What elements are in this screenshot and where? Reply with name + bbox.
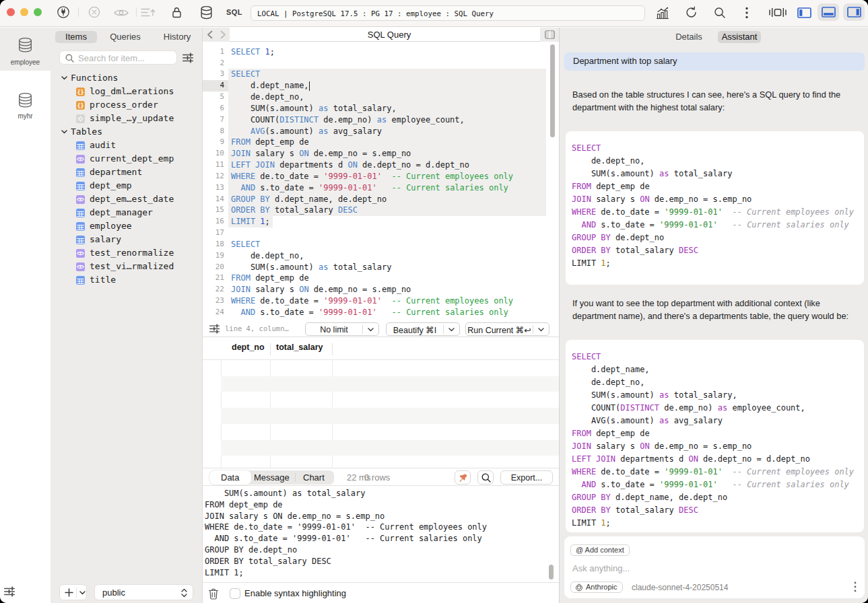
message-scrollbar[interactable] [549,565,554,579]
conversation-title-banner[interactable]: Department with top salary [564,52,865,71]
more-options-icon[interactable] [745,7,749,19]
add-context-chip[interactable]: @ Add context [570,544,630,556]
row-count: 0 rows [364,472,390,483]
export-label: Export... [501,473,552,483]
header-border [203,359,560,360]
editor-status-bar: line 4, column… No limit Beautify ⌘I Run… [203,320,560,337]
window-title: LOCAL | PostgreSQL 17.5 : PG 17 : employ… [251,5,645,21]
tree-item-dept-em-est-date[interactable]: dept_em…est_date [51,192,202,206]
tree-group-functions[interactable]: Functions [51,71,202,85]
database-cylinder-icon [16,92,34,108]
syntax-highlight-checkbox[interactable] [230,588,240,599]
tree-item-simple-y-update[interactable]: simple_…y_update [51,112,202,125]
pin-button[interactable] [455,470,471,485]
tree-item-log-dml-erations[interactable]: {}log_dml…erations [51,85,202,98]
provider-name: Anthropic [586,583,617,591]
filter-icon[interactable] [182,53,193,63]
tab-details[interactable]: Details [672,31,706,43]
tree-item-process-order[interactable]: {}process_order [51,98,202,112]
tree-item-title[interactable]: title [51,273,202,287]
rail-item-employee[interactable]: employee [0,28,51,71]
header-divider [332,343,333,355]
tab-data[interactable]: Data [221,472,239,483]
assistant-code-block: SELECT d.dept_name, de.dept_no, SUM(s.am… [566,340,864,533]
syntax-highlight-label: Enable syntax highlighting [244,588,346,598]
tree-group-tables[interactable]: Tables [51,125,202,139]
toolbar-divider [136,7,137,17]
tree-item-audit[interactable]: audit [51,139,202,152]
search-toolbar-icon[interactable] [714,7,726,19]
tree-item-label: salary [90,234,121,244]
close-window-button[interactable] [7,8,15,16]
sql-editor[interactable]: 123456789101112131415161718192021222324 … [203,42,560,320]
toggle-bottom-panel-button[interactable] [817,3,839,21]
tab-chart[interactable]: Chart [303,472,325,483]
editor-tab-title[interactable]: SQL Query [230,30,549,40]
rail-settings-icon[interactable] [4,587,15,596]
assistant-options-icon[interactable] [854,581,857,592]
provider-chip[interactable]: Anthropic [570,581,623,593]
zoom-window-button[interactable] [34,8,42,16]
run-current-dropdown[interactable]: Run Current ⌘↩ [465,322,549,336]
conversation-title: Department with top salary [573,56,677,66]
assistant-code-block: SELECT de.dept_no, SUM(s.amount) as tota… [566,131,864,285]
search-results-button[interactable] [477,470,494,485]
tree-item-salary[interactable]: salary [51,233,202,246]
beautify-dropdown[interactable]: Beautify ⌘I [386,322,460,336]
run-current-label: Run Current ⌘↩ [466,325,533,335]
nav-forward-icon[interactable] [220,30,226,39]
tree-item-dept-emp[interactable]: dept_emp [51,179,202,192]
search-icon [65,54,74,63]
export-button[interactable]: Export... [500,470,553,485]
tab-message[interactable]: Message [254,472,290,483]
tree-item-test-vi-rmalized[interactable]: test_vi…rmalized [51,260,202,273]
assistant-panel: Details Assistant Department with top sa… [559,28,868,603]
refresh-icon[interactable] [685,6,698,19]
tree-item-label: log_dml…erations [90,86,174,96]
tree-item-label: current_dept_emp [90,153,174,164]
tab-queries[interactable]: Queries [108,31,142,43]
beautify-dropdown-label: Beautify ⌘I [387,325,443,335]
trash-icon[interactable] [207,588,220,600]
ask-input-placeholder[interactable]: Ask anything... [572,563,630,573]
connection-icon[interactable] [57,5,70,19]
assistant-input-card[interactable]: @ Add context Ask anything... Anthropic … [564,536,865,598]
split-panel-icon[interactable] [545,30,555,39]
editor-scrollbar[interactable] [550,44,555,137]
title-bar: SQL LOCAL | PostgreSQL 17.5 : PG 17 : em… [0,0,868,27]
nav-back-icon[interactable] [207,30,213,39]
tree-item-dept-manager[interactable]: dept_manager [51,206,202,219]
tree-item-employee[interactable]: employee [51,219,202,233]
main-column: SQL Query 123456789101112131415161718192… [202,28,559,603]
schema-select[interactable]: public [94,584,193,600]
chart-tool-icon[interactable] [656,7,669,20]
toggle-left-panel-icon[interactable] [797,7,811,18]
editor-settings-icon[interactable] [209,324,220,333]
minimize-window-button[interactable] [20,8,28,16]
lock-icon[interactable] [170,6,183,19]
column-header-total-salary[interactable]: total_salary [276,343,323,352]
message-panel[interactable]: SUM(s.amount) as total_salaryFROM dept_e… [203,486,560,582]
rail-item-myhr[interactable]: myhr [0,71,51,125]
tree-item-current-dept-emp[interactable]: current_dept_emp [51,152,202,166]
column-header-dept-no[interactable]: dept_no [232,343,265,352]
limit-dropdown[interactable]: No limit [305,322,379,336]
toggle-right-panel-button[interactable] [843,3,865,21]
add-item-button[interactable] [59,584,87,600]
nav-zone [203,28,230,42]
sidebar: Items Queries History Search for item...… [51,28,202,603]
commit-list-icon[interactable] [140,7,156,18]
tab-items[interactable]: Items [55,31,97,43]
close-connection-icon[interactable] [88,6,100,18]
tree-item-test-renormalize[interactable]: test_renormalize [51,246,202,260]
tab-assistant[interactable]: Assistant [718,31,761,43]
preview-eye-icon[interactable] [113,7,129,18]
tab-history[interactable]: History [160,31,194,43]
focus-mode-icon[interactable] [769,7,787,17]
results-grid[interactable]: dept_no total_salary [203,337,560,468]
database-icon[interactable] [199,5,213,20]
assistant-paragraph: If you want to see the top department wi… [572,297,848,322]
tree-item-department[interactable]: department [51,166,202,179]
schema-select-value: public [102,588,125,598]
search-input[interactable]: Search for item... [59,50,177,65]
